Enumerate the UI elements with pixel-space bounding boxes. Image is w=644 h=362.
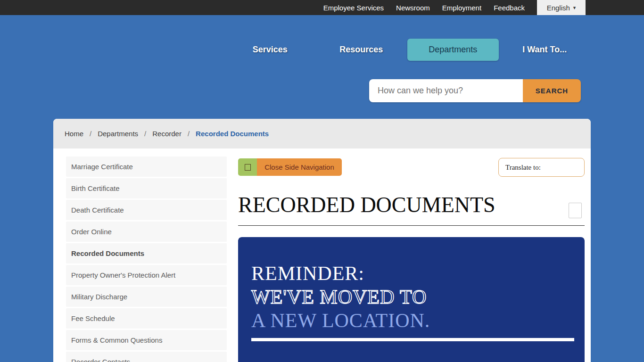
- caret-down-icon: ▾: [573, 5, 576, 11]
- topbar-link-employee-services[interactable]: Employee Services: [323, 4, 384, 12]
- language-label: English: [547, 4, 570, 12]
- page-title: RECORDED DOCUMENTS: [238, 192, 495, 217]
- topbar-link-newsroom[interactable]: Newsroom: [396, 4, 430, 12]
- close-nav-label: Close Side Navigation: [257, 158, 342, 176]
- nav-item-i-want-to[interactable]: I Want To...: [499, 39, 591, 61]
- topbar-link-employment[interactable]: Employment: [442, 4, 481, 12]
- site-search: SEARCH: [369, 79, 581, 102]
- breadcrumb-home[interactable]: Home: [65, 130, 83, 138]
- sidebar-item-recorder-contacts[interactable]: Recorder Contacts: [66, 352, 227, 362]
- main-content: Close Side Navigation Translate to: RECO…: [238, 119, 585, 362]
- utility-topbar: Employee Services Newsroom Employment Fe…: [0, 0, 644, 15]
- sidebar-item-birth-certificate[interactable]: Birth Certificate: [66, 178, 227, 198]
- banner-line-reminder: REMINDER:: [251, 262, 585, 285]
- topbar-link-feedback[interactable]: Feedback: [494, 4, 525, 12]
- breadcrumb-separator: /: [144, 130, 146, 138]
- image-placeholder-icon: [569, 203, 582, 218]
- sidebar-item-death-certificate[interactable]: Death Certificate: [66, 200, 227, 220]
- nav-item-departments[interactable]: Departments: [407, 39, 499, 61]
- sidebar-item-fee-schedule[interactable]: Fee Schedule: [66, 308, 227, 329]
- translate-label: Translate to:: [505, 164, 541, 172]
- reminder-banner: REMINDER: WE'VE MOVED TO A NEW LOCATION.: [238, 237, 585, 362]
- sidebar-item-military-discharge[interactable]: Military Discharge: [66, 287, 227, 307]
- close-nav-icon-segment: [238, 158, 257, 176]
- nav-item-services[interactable]: Services: [224, 39, 316, 61]
- title-divider: [238, 225, 585, 226]
- breadcrumb-separator: /: [188, 130, 190, 138]
- banner-divider: [251, 338, 574, 341]
- checkbox-icon: [245, 164, 251, 171]
- banner-line-weve-moved: WE'VE MOVED TO: [251, 285, 585, 309]
- sidebar-item-marriage-certificate[interactable]: Marriage Certificate: [66, 156, 227, 177]
- translate-widget[interactable]: Translate to:: [498, 158, 585, 177]
- main-navigation: Services Resources Departments I Want To…: [224, 39, 590, 61]
- content-card: Home / Departments / Recorder / Recorded…: [53, 119, 591, 362]
- breadcrumb-separator: /: [90, 130, 91, 138]
- language-selector[interactable]: English ▾: [537, 0, 586, 15]
- close-side-navigation-button[interactable]: Close Side Navigation: [238, 158, 342, 176]
- side-navigation: Marriage Certificate Birth Certificate D…: [66, 156, 227, 362]
- sidebar-item-forms-common-questions[interactable]: Forms & Common Questions: [66, 330, 227, 350]
- sidebar-item-property-owners-protection-alert[interactable]: Property Owner's Protection Alert: [66, 265, 227, 285]
- sidebar-item-order-online[interactable]: Order Online: [66, 222, 227, 242]
- breadcrumb-departments[interactable]: Departments: [98, 130, 138, 138]
- banner-line-new-location: A NEW LOCATION.: [251, 309, 585, 332]
- search-input[interactable]: [369, 79, 523, 102]
- search-button[interactable]: SEARCH: [523, 79, 581, 102]
- breadcrumb-recorder[interactable]: Recorder: [152, 130, 182, 138]
- nav-item-resources[interactable]: Resources: [316, 39, 407, 61]
- sidebar-item-recorded-documents[interactable]: Recorded Documents: [66, 243, 227, 263]
